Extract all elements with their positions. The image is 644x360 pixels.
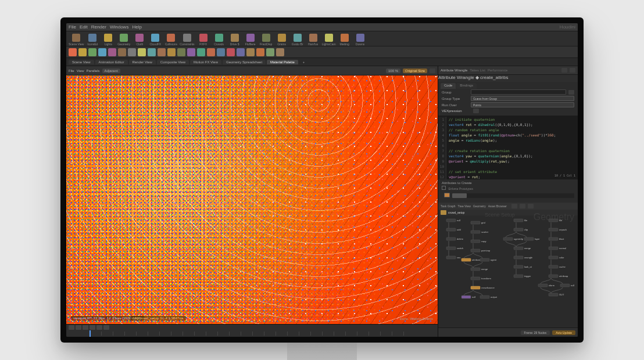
- graph-node[interactable]: [560, 284, 570, 287]
- menu-help[interactable]: Help: [132, 24, 141, 30]
- graph-node[interactable]: [461, 258, 471, 261]
- network-editor[interactable]: Task Graph Tree View Geometry Asset Brow…: [438, 203, 578, 327]
- shelf-tool[interactable]: Hair/fus: [306, 34, 320, 46]
- shelf-tool-icon[interactable]: [217, 48, 225, 56]
- playhead[interactable]: [90, 330, 91, 337]
- graph-node[interactable]: [471, 240, 480, 243]
- node-graph-canvas[interactable]: nulladddeleteswitchvexgridscattercopypoi…: [438, 215, 578, 308]
- layout-icon[interactable]: [511, 204, 517, 208]
- shelf-tool-icon[interactable]: [276, 48, 284, 56]
- graph-node[interactable]: [471, 286, 480, 289]
- shelf-tool-icon[interactable]: [187, 48, 195, 56]
- shelf-tool-icon[interactable]: [148, 48, 156, 56]
- parm-tab-bindings[interactable]: Bindings: [456, 83, 477, 89]
- shelf-tool[interactable]: Lights: [101, 34, 115, 46]
- graph-node[interactable]: [514, 265, 523, 268]
- rtab-takes[interactable]: Takes List: [470, 69, 485, 72]
- vp-mode[interactable]: Original Size: [403, 69, 427, 73]
- menu-edit[interactable]: Edit: [80, 24, 88, 30]
- shelf-tool[interactable]: Drive $: [228, 34, 242, 46]
- pin-icon[interactable]: [561, 68, 567, 73]
- play-back-icon[interactable]: [83, 325, 88, 330]
- shelf-tool-icon[interactable]: [197, 48, 205, 56]
- shelf-tool-icon[interactable]: [69, 48, 77, 56]
- gear-icon[interactable]: [528, 204, 534, 208]
- pane-tab[interactable]: Composite View: [157, 60, 189, 64]
- shelf-tool[interactable]: Fluffiere: [244, 34, 257, 46]
- shelf-tool-icon[interactable]: [108, 48, 116, 56]
- shelf-tool-icon[interactable]: [177, 48, 185, 56]
- shelf-tool[interactable]: Downs: [353, 34, 367, 46]
- shelf-tool-icon[interactable]: [78, 48, 87, 56]
- slider-value[interactable]: [452, 193, 574, 198]
- shelf-tool[interactable]: FXFX: [196, 34, 210, 46]
- graph-node[interactable]: [549, 247, 558, 250]
- search-icon[interactable]: [520, 204, 525, 208]
- step-fwd-icon[interactable]: [96, 325, 102, 330]
- menu-windows[interactable]: Windows: [110, 24, 128, 30]
- graph-node[interactable]: [480, 296, 489, 298]
- viewport-canvas[interactable]: viewport RT: 22.2fps .1J .31res (1920x10…: [66, 75, 438, 324]
- graph-node[interactable]: [549, 256, 558, 259]
- shelf-tool[interactable]: FractDisp: [259, 34, 273, 46]
- rtab-attrwrangle[interactable]: Attribute Wrangle: [441, 69, 467, 72]
- vex-editor[interactable]: 1// initiate quaternion2vector4 rot = di…: [438, 116, 578, 179]
- step-back-icon[interactable]: [76, 325, 81, 330]
- graph-node[interactable]: [480, 258, 489, 261]
- shelf-tool[interactable]: Guido Br: [291, 34, 305, 46]
- shelf-tool-icon[interactable]: [128, 48, 136, 56]
- field-group[interactable]: [471, 89, 566, 95]
- graph-node[interactable]: [549, 237, 558, 240]
- graph-node[interactable]: [549, 265, 558, 268]
- shelf-tool-icon[interactable]: [167, 48, 176, 56]
- pane-tab[interactable]: Material Palette: [267, 60, 298, 64]
- color-swatch[interactable]: [444, 193, 450, 197]
- graph-node[interactable]: [538, 284, 548, 287]
- graph-node[interactable]: [514, 275, 523, 278]
- graph-node[interactable]: [446, 237, 456, 240]
- ng-tab-taskgraph[interactable]: Task Graph: [441, 204, 456, 208]
- shelf-tool[interactable]: IconsEd: [85, 34, 99, 46]
- shelf-tool-icon[interactable]: [227, 48, 235, 56]
- graph-node[interactable]: [446, 219, 456, 222]
- expand-icon[interactable]: [473, 109, 479, 113]
- shelf-tool[interactable]: Geometry: [117, 34, 131, 46]
- add-tab-button[interactable]: +: [299, 60, 309, 64]
- graph-node[interactable]: [524, 237, 534, 240]
- pane-tab[interactable]: Scene View: [69, 60, 94, 64]
- graph-node[interactable]: [446, 256, 456, 259]
- shelf-tool[interactable]: Collisions: [164, 34, 178, 46]
- graph-node[interactable]: [549, 228, 558, 231]
- shelf-tool-icon[interactable]: [266, 48, 274, 56]
- shelf-tool[interactable]: Cloth: [133, 34, 146, 46]
- graph-node[interactable]: [549, 219, 558, 222]
- ng-tab-treeview[interactable]: Tree View: [458, 204, 471, 208]
- graph-node[interactable]: [549, 275, 558, 278]
- ng-tab-geometry[interactable]: Geometry: [473, 204, 486, 208]
- pane-tab[interactable]: Motion FX View: [190, 60, 221, 64]
- pane-tab[interactable]: Render View: [129, 60, 156, 64]
- vp-adjacent[interactable]: Adjacent: [102, 69, 120, 73]
- graph-node[interactable]: [446, 228, 456, 231]
- shelf-tool[interactable]: Constraints: [180, 34, 194, 46]
- vp-menu-file[interactable]: File: [69, 69, 74, 73]
- shelf-tool-icon[interactable]: [118, 48, 126, 56]
- parm-tab-code[interactable]: Code: [441, 83, 456, 89]
- shelf-tool-icon[interactable]: [237, 48, 245, 56]
- skip-start-icon[interactable]: [69, 325, 74, 330]
- skip-end-icon[interactable]: [103, 325, 109, 330]
- shelf-tool[interactable]: LightsCam: [322, 34, 336, 46]
- shelf-tool[interactable]: Grains: [275, 34, 289, 46]
- shelf-tool-icon[interactable]: [207, 48, 215, 56]
- select-runover[interactable]: Points: [471, 102, 574, 107]
- graph-node[interactable]: [471, 221, 480, 224]
- help-icon[interactable]: [570, 68, 575, 73]
- vp-menu-view[interactable]: View: [77, 69, 84, 73]
- menu-file[interactable]: File: [69, 24, 76, 30]
- graph-node[interactable]: [471, 268, 480, 271]
- pane-tab[interactable]: Animation Editor: [95, 60, 128, 64]
- menu-render[interactable]: Render: [91, 24, 106, 30]
- shelf-tool-icon[interactable]: [98, 48, 106, 56]
- shelf-tool[interactable]: Scene View: [69, 34, 84, 46]
- timeline-track[interactable]: [90, 332, 414, 336]
